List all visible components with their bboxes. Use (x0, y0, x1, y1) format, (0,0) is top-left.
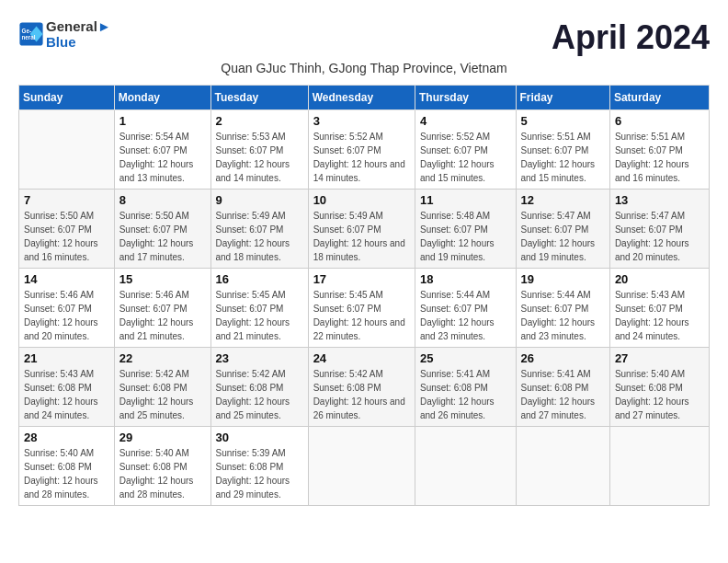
day-header-tuesday: Tuesday (210, 86, 308, 110)
day-number: 11 (420, 193, 511, 207)
day-info: Sunrise: 5:44 AMSunset: 6:07 PMDaylight:… (420, 288, 511, 343)
calendar-cell: 23Sunrise: 5:42 AMSunset: 6:08 PMDayligh… (210, 348, 308, 427)
calendar-cell: 14Sunrise: 5:46 AMSunset: 6:07 PMDayligh… (19, 269, 115, 348)
logo-icon: Ge- neral (18, 21, 44, 47)
calendar-cell: 22Sunrise: 5:42 AMSunset: 6:08 PMDayligh… (114, 348, 210, 427)
day-info: Sunrise: 5:43 AMSunset: 6:08 PMDaylight:… (24, 367, 109, 422)
calendar-cell: 3Sunrise: 5:52 AMSunset: 6:07 PMDaylight… (308, 110, 415, 190)
day-number: 27 (615, 351, 704, 365)
day-info: Sunrise: 5:40 AMSunset: 6:08 PMDaylight:… (119, 446, 206, 501)
day-number: 18 (420, 272, 511, 286)
calendar-cell: 29Sunrise: 5:40 AMSunset: 6:08 PMDayligh… (114, 427, 210, 506)
subtitle: Quan GJuc Thinh, GJong Thap Province, Vi… (18, 61, 710, 75)
calendar-cell (308, 427, 415, 506)
calendar-cell (415, 427, 516, 506)
day-info: Sunrise: 5:46 AMSunset: 6:07 PMDaylight:… (24, 288, 109, 343)
day-number: 1 (119, 114, 206, 128)
page-header: Ge- neral General► Blue April 2024 (18, 18, 710, 57)
day-info: Sunrise: 5:52 AMSunset: 6:07 PMDaylight:… (313, 130, 410, 185)
day-info: Sunrise: 5:50 AMSunset: 6:07 PMDaylight:… (119, 209, 206, 264)
calendar-cell: 1Sunrise: 5:54 AMSunset: 6:07 PMDaylight… (114, 110, 210, 190)
day-info: Sunrise: 5:54 AMSunset: 6:07 PMDaylight:… (119, 130, 206, 185)
day-info: Sunrise: 5:49 AMSunset: 6:07 PMDaylight:… (313, 209, 410, 264)
day-number: 10 (313, 193, 410, 207)
day-number: 7 (24, 193, 109, 207)
day-info: Sunrise: 5:52 AMSunset: 6:07 PMDaylight:… (420, 130, 511, 185)
calendar-cell: 30Sunrise: 5:39 AMSunset: 6:08 PMDayligh… (210, 427, 308, 506)
week-row-5: 28Sunrise: 5:40 AMSunset: 6:08 PMDayligh… (19, 427, 710, 506)
calendar-cell: 11Sunrise: 5:48 AMSunset: 6:07 PMDayligh… (415, 190, 516, 269)
day-number: 8 (119, 193, 206, 207)
day-info: Sunrise: 5:47 AMSunset: 6:07 PMDaylight:… (521, 209, 605, 264)
logo: Ge- neral General► Blue (18, 18, 111, 50)
logo-text-line1: General► (46, 18, 111, 34)
day-number: 14 (24, 272, 109, 286)
day-number: 17 (313, 272, 410, 286)
day-info: Sunrise: 5:48 AMSunset: 6:07 PMDaylight:… (420, 209, 511, 264)
calendar-cell (609, 427, 709, 506)
day-header-saturday: Saturday (609, 86, 709, 110)
day-number: 21 (24, 351, 109, 365)
day-number: 25 (420, 351, 511, 365)
day-info: Sunrise: 5:39 AMSunset: 6:08 PMDaylight:… (216, 446, 303, 501)
day-number: 24 (313, 351, 410, 365)
calendar-cell: 9Sunrise: 5:49 AMSunset: 6:07 PMDaylight… (210, 190, 308, 269)
day-info: Sunrise: 5:42 AMSunset: 6:08 PMDaylight:… (119, 367, 206, 422)
calendar-cell (19, 110, 115, 190)
day-number: 6 (615, 114, 704, 128)
week-row-1: 1Sunrise: 5:54 AMSunset: 6:07 PMDaylight… (19, 110, 710, 190)
day-number: 9 (216, 193, 303, 207)
day-number: 16 (216, 272, 303, 286)
calendar-cell (516, 427, 609, 506)
calendar-cell: 21Sunrise: 5:43 AMSunset: 6:08 PMDayligh… (19, 348, 115, 427)
calendar-cell: 17Sunrise: 5:45 AMSunset: 6:07 PMDayligh… (308, 269, 415, 348)
day-info: Sunrise: 5:44 AMSunset: 6:07 PMDaylight:… (521, 288, 605, 343)
day-number: 4 (420, 114, 511, 128)
week-row-2: 7Sunrise: 5:50 AMSunset: 6:07 PMDaylight… (19, 190, 710, 269)
day-number: 13 (615, 193, 704, 207)
week-row-3: 14Sunrise: 5:46 AMSunset: 6:07 PMDayligh… (19, 269, 710, 348)
calendar-cell: 6Sunrise: 5:51 AMSunset: 6:07 PMDaylight… (609, 110, 709, 190)
calendar-cell: 20Sunrise: 5:43 AMSunset: 6:07 PMDayligh… (609, 269, 709, 348)
day-info: Sunrise: 5:43 AMSunset: 6:07 PMDaylight:… (615, 288, 704, 343)
day-number: 22 (119, 351, 206, 365)
day-info: Sunrise: 5:51 AMSunset: 6:07 PMDaylight:… (521, 130, 605, 185)
day-number: 30 (216, 431, 303, 444)
day-info: Sunrise: 5:45 AMSunset: 6:07 PMDaylight:… (216, 288, 303, 343)
calendar-cell: 2Sunrise: 5:53 AMSunset: 6:07 PMDaylight… (210, 110, 308, 190)
calendar-cell: 24Sunrise: 5:42 AMSunset: 6:08 PMDayligh… (308, 348, 415, 427)
day-info: Sunrise: 5:40 AMSunset: 6:08 PMDaylight:… (615, 367, 704, 422)
day-number: 3 (313, 114, 410, 128)
calendar-cell: 5Sunrise: 5:51 AMSunset: 6:07 PMDaylight… (516, 110, 609, 190)
day-header-monday: Monday (114, 86, 210, 110)
month-title: April 2024 (552, 18, 710, 57)
calendar-cell: 8Sunrise: 5:50 AMSunset: 6:07 PMDaylight… (114, 190, 210, 269)
calendar-cell: 28Sunrise: 5:40 AMSunset: 6:08 PMDayligh… (19, 427, 115, 506)
day-info: Sunrise: 5:47 AMSunset: 6:07 PMDaylight:… (615, 209, 704, 264)
calendar-cell: 13Sunrise: 5:47 AMSunset: 6:07 PMDayligh… (609, 190, 709, 269)
day-info: Sunrise: 5:50 AMSunset: 6:07 PMDaylight:… (24, 209, 109, 264)
day-header-sunday: Sunday (19, 86, 115, 110)
day-header-friday: Friday (516, 86, 609, 110)
day-number: 2 (216, 114, 303, 128)
calendar-cell: 10Sunrise: 5:49 AMSunset: 6:07 PMDayligh… (308, 190, 415, 269)
calendar-cell: 27Sunrise: 5:40 AMSunset: 6:08 PMDayligh… (609, 348, 709, 427)
day-number: 5 (521, 114, 605, 128)
calendar-cell: 4Sunrise: 5:52 AMSunset: 6:07 PMDaylight… (415, 110, 516, 190)
day-header-thursday: Thursday (415, 86, 516, 110)
day-info: Sunrise: 5:53 AMSunset: 6:07 PMDaylight:… (216, 130, 303, 185)
day-number: 26 (521, 351, 605, 365)
calendar-table: SundayMondayTuesdayWednesdayThursdayFrid… (18, 85, 710, 506)
day-info: Sunrise: 5:41 AMSunset: 6:08 PMDaylight:… (420, 367, 511, 422)
calendar-cell: 18Sunrise: 5:44 AMSunset: 6:07 PMDayligh… (415, 269, 516, 348)
day-info: Sunrise: 5:41 AMSunset: 6:08 PMDaylight:… (521, 367, 605, 422)
day-info: Sunrise: 5:49 AMSunset: 6:07 PMDaylight:… (216, 209, 303, 264)
calendar-cell: 12Sunrise: 5:47 AMSunset: 6:07 PMDayligh… (516, 190, 609, 269)
calendar-cell: 7Sunrise: 5:50 AMSunset: 6:07 PMDaylight… (19, 190, 115, 269)
day-number: 20 (615, 272, 704, 286)
day-number: 12 (521, 193, 605, 207)
day-number: 28 (24, 431, 109, 444)
day-info: Sunrise: 5:46 AMSunset: 6:07 PMDaylight:… (119, 288, 206, 343)
calendar-cell: 26Sunrise: 5:41 AMSunset: 6:08 PMDayligh… (516, 348, 609, 427)
day-info: Sunrise: 5:42 AMSunset: 6:08 PMDaylight:… (313, 367, 410, 422)
